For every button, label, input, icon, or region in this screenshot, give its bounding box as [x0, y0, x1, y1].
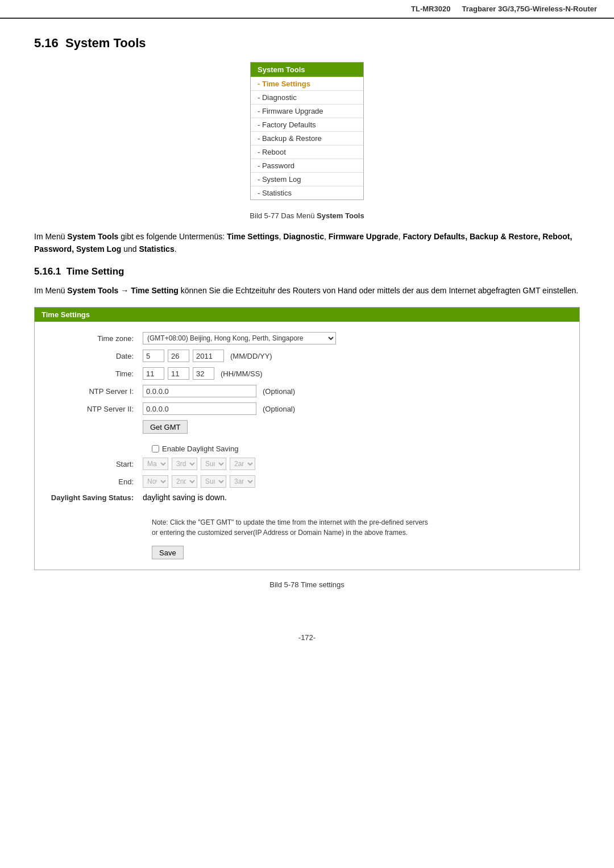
- date-control: 5 26 2011 (MM/DD/YY): [143, 350, 272, 362]
- menu-item-time-settings[interactable]: - Time Settings: [251, 77, 363, 90]
- daylight-checkbox-row: Enable Daylight Saving: [152, 445, 568, 453]
- system-tools-menu: System Tools - Time Settings - Diagnosti…: [250, 62, 364, 200]
- time-min-input[interactable]: 11: [168, 367, 189, 380]
- time-settings-header: Time Settings: [35, 308, 579, 322]
- end-month-select[interactable]: Nov: [143, 475, 168, 488]
- ntp2-control: 0.0.0.0 (Optional): [143, 402, 295, 415]
- ntp2-label: NTP Server II:: [46, 405, 143, 413]
- caption-78: Bild 5-78 Time settings: [34, 580, 580, 589]
- header-title: Tragbarer 3G/3,75G-Wireless-N-Router: [462, 5, 597, 13]
- ntp2-row: NTP Server II: 0.0.0.0 (Optional): [46, 402, 568, 415]
- end-time-select[interactable]: 3am: [230, 475, 255, 488]
- daylight-checkbox[interactable]: [152, 445, 159, 452]
- body-text-2: Im Menü System Tools → Time Setting könn…: [34, 284, 580, 297]
- section-title: 5.16 System Tools: [34, 36, 580, 51]
- time-settings-body: Time zone: (GMT+08:00) Beijing, Hong Kon…: [35, 322, 579, 570]
- time-sec-input[interactable]: 32: [193, 367, 214, 380]
- time-control: 11 11 32 (HH/MM/SS): [143, 367, 263, 380]
- ntp1-optional: (Optional): [263, 387, 295, 396]
- menu-item-reboot[interactable]: - Reboot: [251, 145, 363, 159]
- date-label: Date:: [46, 352, 143, 360]
- start-control: Mar 3rd Sun 2am: [143, 458, 255, 470]
- ntp1-input[interactable]: 0.0.0.0: [143, 385, 256, 397]
- menu-header: System Tools: [251, 63, 363, 77]
- body-text-1: Im Menü System Tools gibt es folgende Un…: [34, 230, 580, 256]
- menu-item-firmware-upgrade[interactable]: - Firmware Upgrade: [251, 104, 363, 118]
- menu-item-statistics[interactable]: - Statistics: [251, 186, 363, 200]
- timezone-select[interactable]: (GMT+08:00) Beijing, Hong Kong, Perth, S…: [143, 332, 336, 344]
- menu-item-password[interactable]: - Password: [251, 159, 363, 172]
- save-row: Save: [152, 546, 568, 559]
- date-format: (MM/DD/YY): [230, 352, 272, 360]
- date-day-input[interactable]: 26: [168, 350, 189, 362]
- start-month-select[interactable]: Mar: [143, 458, 168, 470]
- page-header: TL-MR3020 Tragbarer 3G/3,75G-Wireless-N-…: [0, 0, 614, 19]
- daylight-label: Enable Daylight Saving: [162, 445, 238, 453]
- time-hour-input[interactable]: 11: [143, 367, 164, 380]
- timezone-row: Time zone: (GMT+08:00) Beijing, Hong Kon…: [46, 332, 568, 344]
- date-year-input[interactable]: 2011: [193, 350, 224, 362]
- header-model: TL-MR3020: [411, 5, 450, 13]
- time-row: Time: 11 11 32 (HH/MM/SS): [46, 367, 568, 380]
- main-content: 5.16 System Tools System Tools - Time Se…: [0, 19, 614, 622]
- note-text: Note: Click the "GET GMT" to update the …: [152, 517, 568, 538]
- time-format: (HH/MM/SS): [221, 369, 263, 378]
- menu-item-backup-restore[interactable]: - Backup & Restore: [251, 131, 363, 145]
- end-week-select[interactable]: 2nd: [172, 475, 197, 488]
- ntp1-row: NTP Server I: 0.0.0.0 (Optional): [46, 385, 568, 397]
- daylight-status-row: Daylight Saving Status: daylight saving …: [46, 493, 568, 502]
- timezone-control: (GMT+08:00) Beijing, Hong Kong, Perth, S…: [143, 332, 336, 344]
- start-row: Start: Mar 3rd Sun 2am: [46, 458, 568, 470]
- start-day-select[interactable]: Sun: [201, 458, 226, 470]
- daylight-status-label: Daylight Saving Status:: [46, 493, 143, 502]
- save-button[interactable]: Save: [152, 546, 184, 559]
- get-gmt-button[interactable]: Get GMT: [143, 420, 188, 434]
- ntp2-input[interactable]: 0.0.0.0: [143, 402, 256, 415]
- page-footer: -172-: [0, 622, 614, 653]
- ntp1-control: 0.0.0.0 (Optional): [143, 385, 295, 397]
- menu-item-system-log[interactable]: - System Log: [251, 172, 363, 186]
- timezone-label: Time zone:: [46, 334, 143, 343]
- time-settings-box: Time Settings Time zone: (GMT+08:00) Bei…: [34, 307, 580, 570]
- menu-item-diagnostic[interactable]: - Diagnostic: [251, 90, 363, 104]
- end-label: End:: [46, 477, 143, 486]
- date-month-input[interactable]: 5: [143, 350, 164, 362]
- end-day-select[interactable]: Sun: [201, 475, 226, 488]
- caption-menu: Bild 5-77 Das Menü System Tools: [34, 211, 580, 220]
- end-row: End: Nov 2nd Sun 3am: [46, 475, 568, 488]
- subsection-title: 5.16.1 Time Setting: [34, 266, 580, 277]
- ntp1-label: NTP Server I:: [46, 387, 143, 396]
- start-label: Start:: [46, 460, 143, 468]
- time-label: Time:: [46, 369, 143, 378]
- get-gmt-row: Get GMT: [46, 420, 568, 434]
- daylight-status-value: daylight saving is down.: [143, 493, 227, 502]
- date-row: Date: 5 26 2011 (MM/DD/YY): [46, 350, 568, 362]
- ntp2-optional: (Optional): [263, 405, 295, 413]
- end-control: Nov 2nd Sun 3am: [143, 475, 255, 488]
- menu-item-factory-defaults[interactable]: - Factory Defaults: [251, 118, 363, 131]
- start-week-select[interactable]: 3rd: [172, 458, 197, 470]
- start-time-select[interactable]: 2am: [230, 458, 255, 470]
